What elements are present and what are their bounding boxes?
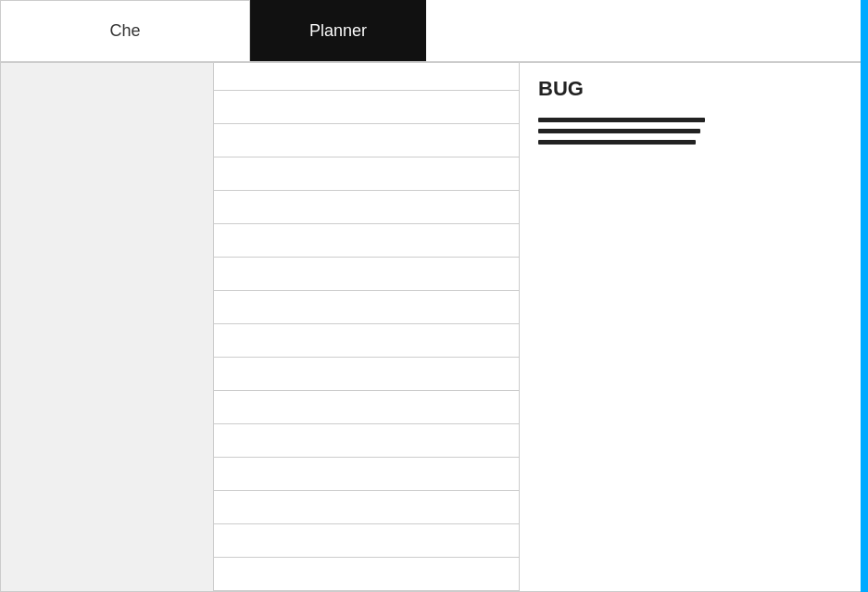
accent-bar xyxy=(861,0,868,592)
left-panel xyxy=(1,63,214,591)
tab-planner[interactable]: Planner xyxy=(250,0,426,61)
row-line xyxy=(214,524,519,558)
row-line xyxy=(214,291,519,324)
tab-che[interactable]: Che xyxy=(0,0,250,61)
row-line xyxy=(214,558,519,591)
row-line xyxy=(214,191,519,224)
row-line xyxy=(214,91,519,124)
hamburger-line-2 xyxy=(538,129,700,133)
middle-panel xyxy=(214,63,520,591)
row-line xyxy=(214,324,519,358)
row-line xyxy=(214,424,519,458)
hamburger-line-3 xyxy=(538,140,696,145)
app-container: Che Planner B xyxy=(0,0,868,592)
middle-top-strip xyxy=(214,63,519,91)
bug-title: BUG xyxy=(538,77,849,101)
tab-bar: Che Planner xyxy=(0,0,868,63)
row-line xyxy=(214,491,519,524)
row-line xyxy=(214,224,519,258)
row-line xyxy=(214,358,519,391)
row-line xyxy=(214,458,519,491)
tab-che-label: Che xyxy=(109,21,140,41)
row-line xyxy=(214,258,519,291)
right-panel: BUG xyxy=(520,63,867,591)
hamburger-line-1 xyxy=(538,118,705,122)
tab-planner-label: Planner xyxy=(309,21,367,41)
row-line xyxy=(214,124,519,157)
row-line xyxy=(214,157,519,191)
row-line xyxy=(214,391,519,424)
main-content: BUG xyxy=(0,63,868,592)
hamburger-menu-icon[interactable] xyxy=(538,118,849,145)
